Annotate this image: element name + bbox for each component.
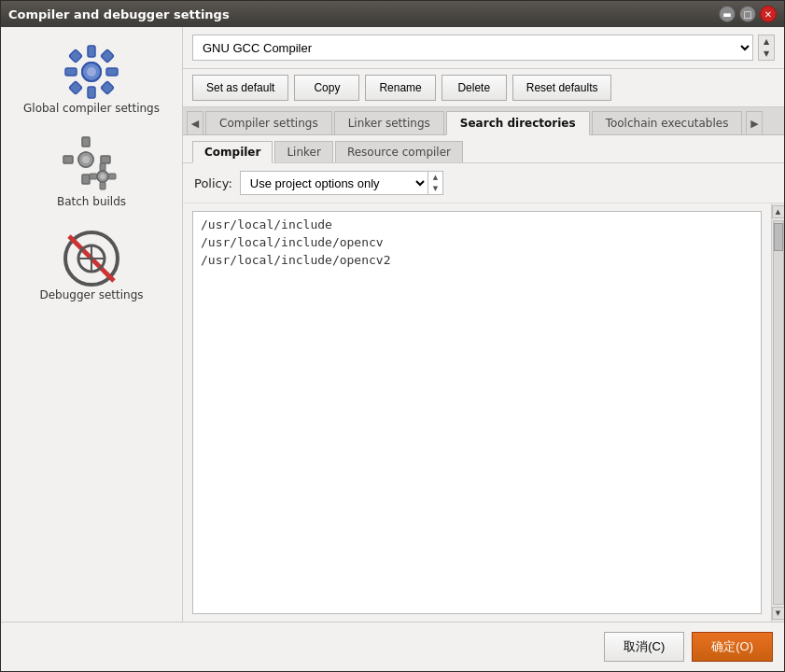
compiler-select[interactable]: GNU GCC Compiler Clang MSVC: [192, 35, 753, 61]
svg-rect-5: [69, 49, 82, 63]
svg-rect-21: [90, 174, 97, 179]
close-button[interactable]: ✕: [760, 6, 777, 22]
svg-point-10: [87, 67, 96, 77]
bottom-bar: 取消(C) 确定(O): [1, 622, 784, 671]
close-icon: ✕: [764, 9, 772, 20]
dir-item-1: /usr/local/include/opencv: [201, 233, 753, 251]
reset-defaults-button[interactable]: Reset defaults: [512, 75, 612, 101]
svg-point-17: [82, 156, 90, 163]
titlebar-buttons: ▬ □ ✕: [719, 6, 777, 22]
directory-list: /usr/local/include /usr/local/include/op…: [193, 212, 761, 273]
dir-item-2: /usr/local/include/opencv2: [201, 251, 753, 269]
batch-builds-icon: [62, 135, 121, 195]
maximize-icon: □: [743, 9, 751, 20]
sidebar-item-debugger-settings[interactable]: Debugger settings: [1, 223, 182, 307]
svg-rect-13: [82, 175, 90, 184]
tabs-row: ◀ Compiler settings Linker settings Sear…: [183, 107, 784, 135]
scrollbar-down-button[interactable]: ▼: [772, 607, 785, 620]
svg-rect-19: [100, 163, 105, 171]
sidebar: Global compiler settings: [1, 27, 183, 622]
scrollbar-track[interactable]: [773, 220, 784, 605]
delete-button[interactable]: Delete: [442, 75, 507, 101]
svg-rect-12: [82, 137, 90, 147]
main-content: Global compiler settings: [1, 27, 784, 622]
sidebar-label-global-compiler: Global compiler settings: [23, 102, 160, 115]
policy-spin-buttons[interactable]: ▲ ▼: [428, 172, 442, 194]
scrollbar-up-button[interactable]: ▲: [772, 205, 785, 218]
svg-rect-15: [101, 156, 110, 163]
spin-down-icon[interactable]: ▼: [759, 48, 774, 60]
right-panel: GNU GCC Compiler Clang MSVC ▲ ▼ Set as d…: [183, 27, 784, 622]
gear-large-icon: [62, 42, 121, 102]
svg-rect-2: [88, 87, 95, 98]
panel-scrollbar: ▲ ▼: [771, 203, 784, 622]
policy-label: Policy:: [194, 176, 232, 190]
minimize-button[interactable]: ▬: [719, 6, 736, 22]
tab-linker-settings[interactable]: Linker settings: [334, 111, 444, 134]
window-title: Compiler and debugger settings: [8, 7, 230, 21]
svg-rect-22: [108, 174, 116, 179]
toolbar-row: Set as default Copy Rename Delete Reset …: [183, 69, 784, 107]
scrollbar-thumb[interactable]: [774, 223, 783, 251]
svg-rect-4: [106, 68, 118, 76]
policy-spin-down-icon[interactable]: ▼: [428, 183, 442, 194]
debugger-icon: [62, 229, 121, 288]
svg-rect-6: [101, 49, 114, 63]
titlebar: Compiler and debugger settings ▬ □ ✕: [1, 1, 784, 27]
subtab-resource-compiler[interactable]: Resource compiler: [335, 141, 463, 162]
svg-point-24: [100, 174, 105, 179]
spin-up-icon[interactable]: ▲: [759, 35, 774, 48]
cancel-button[interactable]: 取消(C): [604, 632, 684, 662]
subtabs-row: Compiler Linker Resource compiler: [183, 135, 784, 163]
subtab-linker[interactable]: Linker: [274, 141, 332, 162]
subtab-compiler[interactable]: Compiler: [192, 141, 273, 163]
rename-button[interactable]: Rename: [365, 75, 435, 101]
set-default-button[interactable]: Set as default: [192, 75, 288, 101]
maximize-button[interactable]: □: [739, 6, 756, 22]
sidebar-label-debugger-settings: Debugger settings: [39, 288, 143, 301]
main-window: Compiler and debugger settings ▬ □ ✕: [0, 0, 785, 672]
policy-row: Policy: Use project options only Use com…: [183, 163, 784, 203]
directory-list-container[interactable]: /usr/local/include /usr/local/include/op…: [192, 211, 762, 614]
policy-select-wrapper: Use project options only Use compiler de…: [240, 171, 443, 195]
tab-search-directories[interactable]: Search directories: [446, 111, 590, 135]
tab-scroll-left-button[interactable]: ◀: [187, 111, 203, 134]
minimize-icon: ▬: [722, 9, 731, 20]
svg-rect-20: [100, 182, 105, 189]
tab-scroll-right-button[interactable]: ▶: [746, 111, 763, 134]
copy-button[interactable]: Copy: [294, 75, 359, 101]
sidebar-item-global-compiler[interactable]: Global compiler settings: [1, 36, 182, 120]
svg-rect-14: [63, 156, 73, 163]
svg-rect-8: [101, 81, 114, 94]
panel-with-scroll: /usr/local/include /usr/local/include/op…: [183, 203, 784, 622]
policy-spin-up-icon[interactable]: ▲: [428, 172, 442, 183]
confirm-button[interactable]: 确定(O): [692, 632, 773, 662]
tab-compiler-settings[interactable]: Compiler settings: [205, 111, 332, 134]
policy-select[interactable]: Use project options only Use compiler de…: [241, 173, 428, 194]
panel-content: /usr/local/include /usr/local/include/op…: [183, 203, 771, 622]
compiler-spin-buttons[interactable]: ▲ ▼: [758, 35, 775, 61]
svg-rect-7: [69, 81, 82, 94]
sidebar-item-batch-builds[interactable]: Batch builds: [1, 130, 182, 214]
dir-item-0: /usr/local/include: [201, 216, 753, 233]
svg-rect-1: [88, 46, 95, 57]
compiler-selector-row: GNU GCC Compiler Clang MSVC ▲ ▼: [183, 27, 784, 69]
sidebar-label-batch-builds: Batch builds: [57, 195, 126, 208]
tab-toolchain-executables[interactable]: Toolchain executables: [592, 111, 743, 134]
svg-rect-3: [65, 68, 77, 76]
